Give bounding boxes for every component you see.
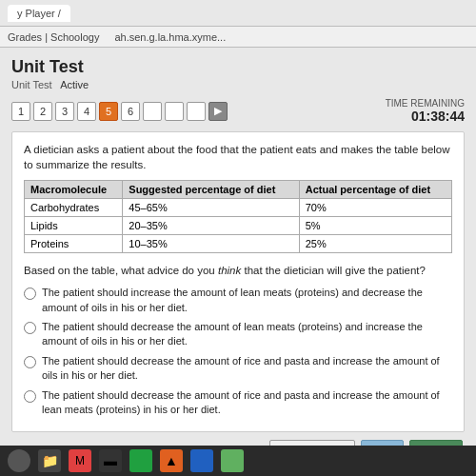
q-btn-6[interactable]: 6 <box>121 102 140 121</box>
table-row: Carbohydrates 45–65% 70% <box>25 199 452 217</box>
question-intro: A dietician asks a patient about the foo… <box>24 142 452 172</box>
main-content: Unit Test Unit Test Active 1 2 3 4 5 6 ▶… <box>0 48 476 474</box>
taskbar-icon-mail[interactable]: M <box>69 449 91 472</box>
q-btn-3[interactable]: 3 <box>55 102 74 121</box>
table-header-suggested: Suggested percentage of diet <box>123 181 299 199</box>
taskbar-icon-bar[interactable]: ▬ <box>99 449 122 472</box>
taskbar-icon-orange[interactable]: ▲ <box>160 449 183 472</box>
q-btn-2[interactable]: 2 <box>33 102 52 121</box>
diet-table: Macromolecule Suggested percentage of di… <box>24 180 452 253</box>
answer-choice-1[interactable]: The patient should increase the amount o… <box>24 286 452 315</box>
table-cell-suggested-2: 20–35% <box>123 217 299 235</box>
top-nav: Grades | Schoology ah.sen.g.la.hma.xyme.… <box>0 27 476 48</box>
answer-choice-2[interactable]: The patient should decrease the amount o… <box>24 320 452 349</box>
taskbar-icon-green[interactable] <box>129 449 152 472</box>
q-btn-blank-1[interactable] <box>143 102 162 121</box>
q-btn-5[interactable]: 5 <box>99 102 118 121</box>
timer-value: 01:38:44 <box>386 109 465 124</box>
table-cell-actual-1: 70% <box>299 199 451 217</box>
table-cell-macro-3: Proteins <box>25 235 123 253</box>
timer-box: TIME REMAINING 01:38:44 <box>386 98 465 124</box>
page-title: Unit Test <box>11 57 465 77</box>
nav-url[interactable]: ah.sen.g.la.hma.xyme... <box>114 31 226 43</box>
browser-bar: y Player / <box>0 0 476 27</box>
q-btn-arrow[interactable]: ▶ <box>208 102 228 121</box>
followup-question: Based on the table, what advice do you t… <box>24 263 452 278</box>
breadcrumb: Unit Test Active <box>11 79 465 90</box>
table-cell-suggested-1: 45–65% <box>123 199 299 217</box>
nav-grades[interactable]: Grades | Schoology <box>8 31 99 43</box>
question-nav: 1 2 3 4 5 6 ▶ <box>11 102 228 121</box>
taskbar-icon-start[interactable] <box>8 449 30 472</box>
q-btn-1[interactable]: 1 <box>11 102 30 121</box>
radio-1[interactable] <box>24 288 36 300</box>
answer-choice-4[interactable]: The patient should decrease the amount o… <box>24 388 452 418</box>
answer-choice-3[interactable]: The patient should decrease the amount o… <box>24 354 452 384</box>
taskbar-icon-files[interactable]: 📁 <box>38 449 61 472</box>
table-cell-macro-2: Lipids <box>25 217 123 235</box>
table-header-actual: Actual percentage of diet <box>299 181 451 199</box>
question-nav-row: 1 2 3 4 5 6 ▶ TIME REMAINING 01:38:44 <box>11 98 465 124</box>
table-row: Proteins 10–35% 25% <box>25 235 452 253</box>
radio-2[interactable] <box>24 322 36 334</box>
breadcrumb-main: Unit Test <box>11 79 52 90</box>
taskbar: 📁 M ▬ ▲ <box>0 446 476 476</box>
question-card: A dietician asks a patient about the foo… <box>11 131 465 432</box>
answer-label-4: The patient should decrease the amount o… <box>42 388 452 418</box>
taskbar-icon-blue[interactable] <box>190 449 213 472</box>
taskbar-icon-circle-green[interactable] <box>221 449 244 472</box>
q-btn-4[interactable]: 4 <box>77 102 96 121</box>
q-btn-blank-3[interactable] <box>187 102 206 121</box>
radio-4[interactable] <box>24 390 36 403</box>
browser-tab[interactable]: y Player / <box>8 5 70 22</box>
table-header-macro: Macromolecule <box>25 181 123 199</box>
table-row: Lipids 20–35% 5% <box>25 217 452 235</box>
table-cell-actual-2: 5% <box>299 217 451 235</box>
answer-label-2: The patient should decrease the amount o… <box>42 320 452 349</box>
timer-label: TIME REMAINING <box>386 98 465 109</box>
breadcrumb-status: Active <box>60 79 89 90</box>
radio-3[interactable] <box>24 356 36 368</box>
answer-label-1: The patient should increase the amount o… <box>42 286 452 315</box>
table-cell-actual-3: 25% <box>299 235 451 253</box>
table-cell-suggested-3: 10–35% <box>123 235 299 253</box>
answer-label-3: The patient should decrease the amount o… <box>42 354 452 384</box>
q-btn-blank-2[interactable] <box>165 102 184 121</box>
table-cell-macro-1: Carbohydrates <box>25 199 123 217</box>
